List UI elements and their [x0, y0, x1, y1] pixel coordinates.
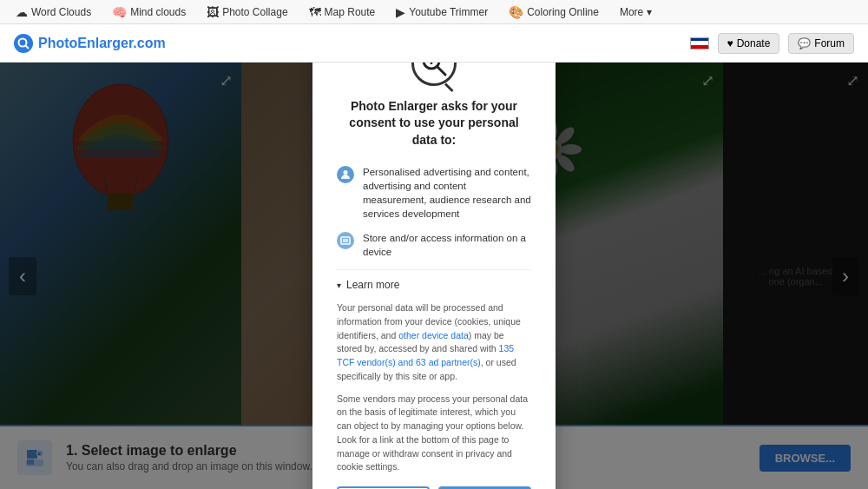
consent-item-1: Personalised advertising and content, ad…	[337, 165, 531, 221]
word-clouds-icon: ☁	[16, 5, 28, 19]
top-nav: ☁ Word Clouds 🧠 Mind clouds 🖼 Photo Coll…	[0, 0, 868, 24]
modal-overlay: Photo Enlarger asks for your consent to …	[0, 63, 868, 489]
nav-word-clouds[interactable]: ☁ Word Clouds	[7, 0, 100, 23]
tcf-vendors-link[interactable]: 135 TCF vendor(s) and 63 ad partner(s)	[337, 343, 514, 367]
person-icon	[337, 166, 354, 183]
consent-text-1: Personalised advertising and content, ad…	[363, 165, 531, 221]
device-icon	[337, 232, 354, 249]
photo-collage-icon: 🖼	[207, 5, 219, 19]
modal-icon-wrap	[337, 63, 531, 86]
other-device-data-link[interactable]: other device data	[398, 330, 469, 340]
svg-point-0	[19, 38, 27, 46]
main-content: ⤢ ⤢	[0, 63, 868, 489]
nav-more[interactable]: More ▾	[611, 0, 661, 23]
nav-map-route[interactable]: 🗺 Map Route	[300, 0, 385, 23]
svg-rect-29	[343, 239, 348, 242]
svg-point-27	[344, 170, 348, 175]
language-flag[interactable]	[690, 37, 709, 50]
mind-clouds-icon: 🧠	[112, 5, 127, 19]
consent-text-2: Store and/or access information on a dev…	[363, 231, 531, 259]
donate-icon: ♥	[727, 37, 733, 50]
logo-icon	[14, 34, 33, 53]
learn-more-toggle[interactable]: ▾ Learn more	[337, 279, 531, 291]
modal-body-text-2: Some vendors may process your personal d…	[337, 393, 531, 475]
modal-title: Photo Enlarger asks for your consent to …	[337, 98, 531, 149]
coloring-online-icon: 🎨	[509, 5, 523, 19]
header-right: ♥ Donate 💬 Forum	[690, 33, 855, 54]
modal-body-text-1: Your personal data will be processed and…	[337, 301, 531, 384]
forum-button[interactable]: 💬 Forum	[788, 33, 854, 54]
nav-photo-collage[interactable]: 🖼 Photo Collage	[198, 0, 296, 23]
modal-divider	[337, 269, 531, 270]
search-plus-icon	[411, 63, 457, 86]
nav-mind-clouds[interactable]: 🧠 Mind clouds	[103, 0, 194, 23]
nav-youtube-trimmer[interactable]: ▶ Youtube Trimmer	[387, 0, 496, 23]
nav-coloring-online[interactable]: 🎨 Coloring Online	[500, 0, 608, 23]
map-route-icon: 🗺	[309, 5, 321, 19]
svg-line-1	[26, 45, 30, 49]
logo[interactable]: PhotoEnlarger.com	[14, 34, 166, 53]
youtube-trimmer-icon: ▶	[396, 5, 405, 19]
more-chevron-icon: ▾	[647, 6, 652, 18]
svg-line-24	[437, 67, 445, 75]
forum-icon: 💬	[798, 37, 811, 50]
consent-item-2: Store and/or access information on a dev…	[337, 231, 531, 259]
learn-more-arrow-icon: ▾	[337, 281, 341, 290]
header: PhotoEnlarger.com ♥ Donate 💬 Forum	[0, 24, 868, 63]
consent-modal: Photo Enlarger asks for your consent to …	[312, 63, 556, 489]
donate-button[interactable]: ♥ Donate	[718, 33, 780, 54]
